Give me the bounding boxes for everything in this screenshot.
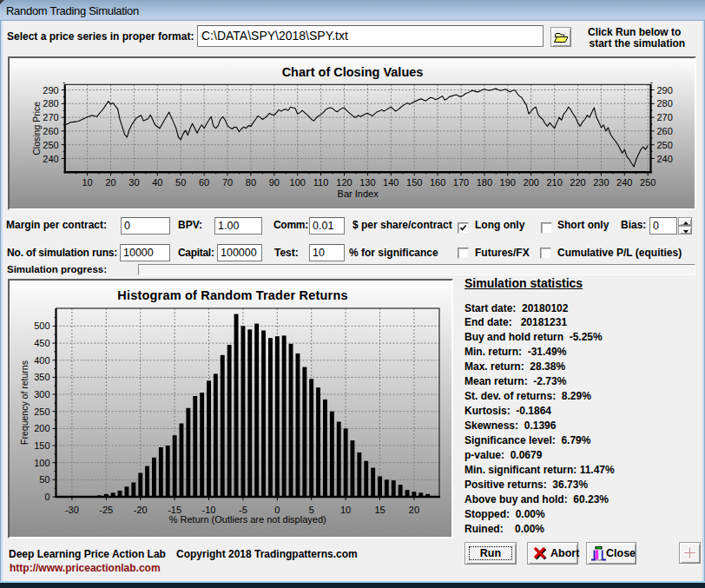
svg-text:210: 210 xyxy=(546,177,562,188)
svg-text:-20: -20 xyxy=(134,505,148,515)
svg-text:40: 40 xyxy=(152,177,162,188)
svg-text:250: 250 xyxy=(34,406,49,417)
svg-text:10: 10 xyxy=(340,505,351,515)
svg-text:70: 70 xyxy=(222,177,233,188)
svg-text:290: 290 xyxy=(657,85,673,96)
svg-text:10: 10 xyxy=(82,177,92,188)
svg-text:20: 20 xyxy=(105,177,115,188)
svg-text:250: 250 xyxy=(43,140,58,150)
svg-text:120: 120 xyxy=(336,177,352,188)
svg-text:400: 400 xyxy=(34,355,49,366)
svg-text:110: 110 xyxy=(313,177,329,188)
svg-text:200: 200 xyxy=(524,177,539,188)
svg-text:Closing Price: Closing Price xyxy=(31,102,42,155)
svg-text:240: 240 xyxy=(43,154,58,164)
svg-text:250: 250 xyxy=(640,177,656,188)
svg-text:50: 50 xyxy=(39,474,49,485)
svg-text:260: 260 xyxy=(43,126,58,136)
svg-text:220: 220 xyxy=(570,177,585,188)
svg-text:30: 30 xyxy=(128,177,139,188)
svg-text:Frequency of returns: Frequency of returns xyxy=(19,360,30,445)
svg-text:100: 100 xyxy=(34,458,49,468)
svg-text:280: 280 xyxy=(43,98,58,109)
svg-text:0: 0 xyxy=(44,492,49,502)
svg-text:20: 20 xyxy=(409,505,419,515)
svg-text:80: 80 xyxy=(246,177,256,188)
svg-text:350: 350 xyxy=(34,372,49,382)
svg-text:-30: -30 xyxy=(65,505,79,515)
svg-text:200: 200 xyxy=(34,423,49,433)
svg-text:280: 280 xyxy=(657,98,673,109)
svg-text:250: 250 xyxy=(657,140,673,150)
svg-text:100: 100 xyxy=(290,177,306,188)
svg-text:130: 130 xyxy=(359,177,375,188)
svg-text:-25: -25 xyxy=(99,505,113,515)
svg-text:150: 150 xyxy=(406,177,422,188)
svg-text:270: 270 xyxy=(657,112,673,122)
svg-text:290: 290 xyxy=(43,85,58,96)
svg-text:240: 240 xyxy=(616,177,632,188)
svg-text:160: 160 xyxy=(430,177,445,188)
svg-text:270: 270 xyxy=(43,112,58,122)
svg-text:% Return (Outliers are not dis: % Return (Outliers are not displayed) xyxy=(169,514,326,525)
svg-text:Bar Index: Bar Index xyxy=(338,188,379,199)
svg-text:300: 300 xyxy=(34,389,49,400)
svg-text:60: 60 xyxy=(199,177,209,188)
svg-text:170: 170 xyxy=(453,177,469,188)
svg-text:190: 190 xyxy=(500,177,516,188)
svg-text:50: 50 xyxy=(175,177,186,188)
svg-text:140: 140 xyxy=(383,177,399,188)
svg-text:15: 15 xyxy=(374,505,385,515)
svg-text:180: 180 xyxy=(477,177,492,188)
svg-text:500: 500 xyxy=(34,320,49,331)
svg-text:450: 450 xyxy=(34,338,49,348)
svg-text:Chart of Closing Values: Chart of Closing Values xyxy=(282,65,424,79)
svg-text:230: 230 xyxy=(593,177,609,188)
svg-text:Histogram of Random Trader Ret: Histogram of Random Trader Returns xyxy=(117,288,347,302)
svg-text:150: 150 xyxy=(34,440,49,451)
svg-text:240: 240 xyxy=(657,154,673,164)
svg-text:90: 90 xyxy=(269,177,280,188)
svg-text:260: 260 xyxy=(657,126,673,136)
